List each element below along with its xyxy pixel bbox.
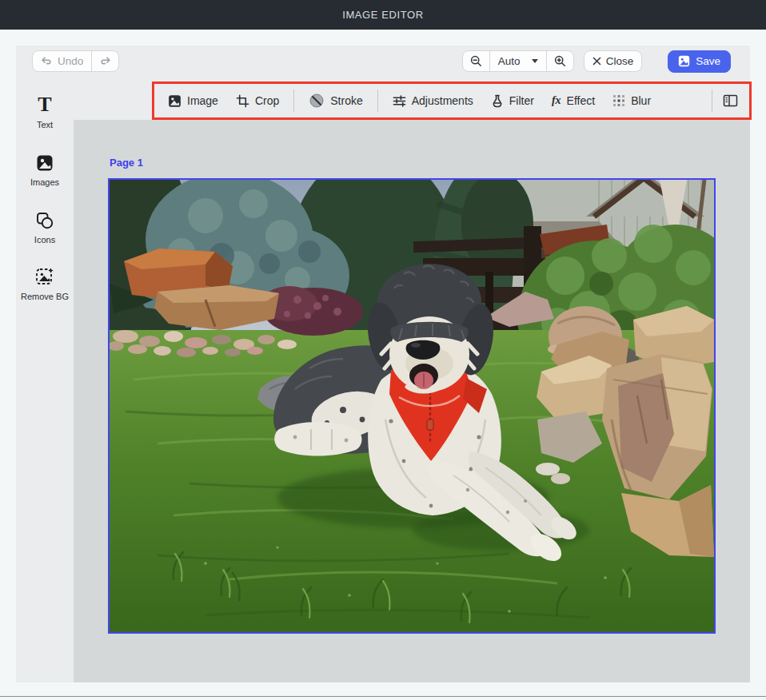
zoom-in-button[interactable] <box>546 50 574 72</box>
blur-tool-button[interactable]: Blur <box>604 88 660 113</box>
zoom-group: Auto <box>462 50 574 72</box>
icons-icon <box>35 209 54 230</box>
redo-icon <box>99 56 111 66</box>
save-label: Save <box>696 55 720 67</box>
app-title: IMAGE EDITOR <box>342 9 424 21</box>
blur-icon <box>612 94 625 107</box>
adjustments-icon <box>393 94 406 108</box>
image-icon <box>678 55 690 67</box>
sidebar-item-remove-bg[interactable]: Remove BG <box>19 266 70 303</box>
adjustments-tool-button[interactable]: Adjustments <box>384 88 482 113</box>
close-label: Close <box>606 55 634 67</box>
undo-label: Undo <box>58 55 83 67</box>
chevron-down-icon <box>532 59 538 63</box>
zoom-out-icon <box>470 55 482 67</box>
stroke-icon <box>309 93 325 109</box>
zoom-level-value: Auto <box>498 55 521 67</box>
filter-flask-icon <box>491 94 504 108</box>
remove-bg-icon <box>34 266 55 287</box>
effect-tool-button[interactable]: fx Effect <box>543 88 604 113</box>
images-icon <box>35 152 54 173</box>
history-group: Undo <box>32 50 119 72</box>
photo-dog-in-yard <box>110 180 714 632</box>
sidebar-item-label: Text <box>37 120 53 131</box>
page-label[interactable]: Page 1 <box>110 157 143 169</box>
save-button[interactable]: Save <box>668 50 731 73</box>
sidebar-item-label: Images <box>30 177 59 189</box>
zoom-out-button[interactable] <box>462 50 490 72</box>
sidebar-item-label: Icons <box>34 235 55 246</box>
filter-tool-button[interactable]: Filter <box>482 88 543 113</box>
window-bottom-edge <box>0 696 766 697</box>
panel-toggle-button[interactable] <box>718 88 743 113</box>
crop-tool-button[interactable]: Crop <box>227 88 288 113</box>
left-sidebar: T Text Images <box>16 77 74 682</box>
image-icon <box>168 94 182 108</box>
redo-button[interactable] <box>91 50 119 72</box>
close-icon <box>592 57 601 66</box>
text-icon: T <box>38 94 51 115</box>
canvas-area[interactable]: Page 1 <box>74 120 750 682</box>
sidebar-item-label: Remove BG <box>21 292 69 303</box>
highlight-red-frame: Image Crop <box>152 82 752 120</box>
crop-icon <box>236 94 249 108</box>
sidebar-item-images[interactable]: Images <box>19 152 70 189</box>
right-tools: Auto Close <box>462 50 731 73</box>
undo-icon <box>41 56 53 66</box>
toolbar-separator <box>377 89 378 112</box>
selected-image[interactable] <box>108 178 716 634</box>
fx-icon: fx <box>552 94 561 107</box>
editor-panel: Undo Auto <box>16 46 750 682</box>
close-button[interactable]: Close <box>584 50 643 72</box>
toolbar-separator <box>293 89 294 112</box>
edit-toolbar: Image Crop <box>74 77 750 120</box>
stroke-tool-button[interactable]: Stroke <box>300 88 371 113</box>
toolbar-separator <box>712 89 712 112</box>
sidebar-item-icons[interactable]: Icons <box>19 209 70 246</box>
panel-toggle-icon <box>723 94 738 107</box>
image-tool-button[interactable]: Image <box>159 88 227 113</box>
titlebar: IMAGE EDITOR <box>0 0 766 30</box>
sidebar-item-text[interactable]: T Text <box>19 94 70 131</box>
zoom-in-icon <box>554 55 566 67</box>
zoom-level-dropdown[interactable]: Auto <box>489 50 547 72</box>
undo-button[interactable]: Undo <box>32 50 92 72</box>
top-toolbar: Undo Auto <box>16 46 750 77</box>
